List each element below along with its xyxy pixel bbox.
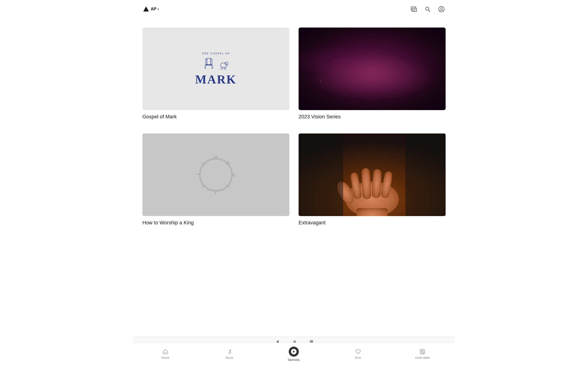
search-button[interactable]	[424, 5, 432, 13]
svg-point-16	[225, 62, 228, 65]
profile-icon	[438, 6, 445, 12]
sermons-label: Sermons	[288, 358, 300, 361]
search-icon	[424, 6, 431, 12]
hand-svg	[299, 133, 446, 216]
nav-sermons[interactable]: Sermons	[285, 346, 303, 362]
nav-home[interactable]: Home	[156, 348, 174, 360]
mark-thumbnail-content: THE GOSPEL OF	[191, 47, 242, 91]
lamb-icon	[217, 57, 229, 71]
sermons-play-icon	[289, 347, 299, 357]
svg-point-8	[441, 8, 442, 9]
svg-rect-14	[212, 65, 213, 69]
brand-name: AP	[151, 7, 156, 11]
chevron-down-icon: ▾	[157, 7, 159, 11]
mark-subtitle: THE GOSPEL OF	[195, 52, 237, 55]
throne-icon	[203, 57, 215, 71]
sermon-card-gospel-of-mark[interactable]: THE GOSPEL OF	[142, 27, 289, 120]
header-brand-area: AP ▾	[142, 6, 159, 13]
svg-rect-37	[361, 168, 372, 200]
give-label: Give	[355, 356, 361, 359]
sermon-card-how-to-worship[interactable]: How to Worship a King	[142, 133, 289, 226]
sermon-card-2023-vision-series[interactable]: 2023 Vision Series	[299, 27, 446, 120]
give-icon	[355, 349, 361, 355]
music-icon	[226, 349, 233, 355]
audio-bible-label: Audio Bible	[415, 356, 430, 359]
svg-line-6	[429, 10, 431, 12]
svg-rect-10	[205, 59, 207, 65]
svg-rect-43	[405, 133, 446, 216]
nav-give[interactable]: Give	[349, 348, 367, 360]
svg-line-19	[225, 67, 225, 70]
svg-line-20	[226, 67, 226, 70]
mark-title: MARK	[195, 73, 237, 86]
crown-of-thorns-icon	[193, 152, 239, 198]
sermon-thumbnail-extravagant	[299, 133, 446, 216]
svg-marker-0	[143, 6, 149, 11]
svg-rect-11	[210, 59, 212, 65]
hand-visual	[299, 133, 446, 216]
svg-rect-2	[412, 8, 417, 11]
nav-music[interactable]: Music	[220, 348, 239, 360]
svg-rect-12	[206, 65, 212, 65]
sermon-title-2023-vision: 2023 Vision Series	[299, 114, 446, 120]
header-actions	[410, 5, 446, 13]
svg-rect-13	[205, 65, 206, 69]
home-icon	[162, 349, 168, 355]
sermon-card-extravagant[interactable]: Extravagant	[299, 133, 446, 226]
app-header: AP ▾	[133, 0, 455, 18]
sermon-thumbnail-how-to-worship	[142, 133, 289, 216]
svg-rect-41	[356, 208, 388, 216]
sermon-thumbnail-gospel-of-mark: THE GOSPEL OF	[142, 27, 289, 110]
nav-audio-bible[interactable]: Audio Bible	[413, 348, 432, 360]
sermon-thumbnail-2023-vision	[299, 27, 446, 110]
logo-icon	[142, 6, 150, 13]
audio-bible-icon	[419, 349, 425, 355]
svg-rect-42	[299, 133, 343, 216]
chat-icon	[411, 6, 417, 12]
svg-line-17	[221, 67, 221, 70]
svg-line-18	[223, 67, 223, 70]
svg-rect-38	[372, 169, 382, 198]
main-content: THE GOSPEL OF	[133, 18, 455, 258]
home-label: Home	[161, 356, 169, 359]
profile-button[interactable]	[437, 5, 446, 13]
bottom-navigation: Home Music Sermons Give	[133, 343, 455, 367]
sermon-grid: THE GOSPEL OF	[142, 27, 446, 226]
brand-selector[interactable]: AP ▾	[142, 6, 159, 13]
sermon-title-how-to-worship: How to Worship a King	[142, 220, 289, 226]
svg-line-45	[229, 350, 231, 350]
chat-button[interactable]	[410, 5, 418, 13]
music-label: Music	[225, 356, 233, 359]
sermon-title-extravagant: Extravagant	[299, 220, 446, 226]
sermon-title-gospel-of-mark: Gospel of Mark	[142, 114, 289, 120]
